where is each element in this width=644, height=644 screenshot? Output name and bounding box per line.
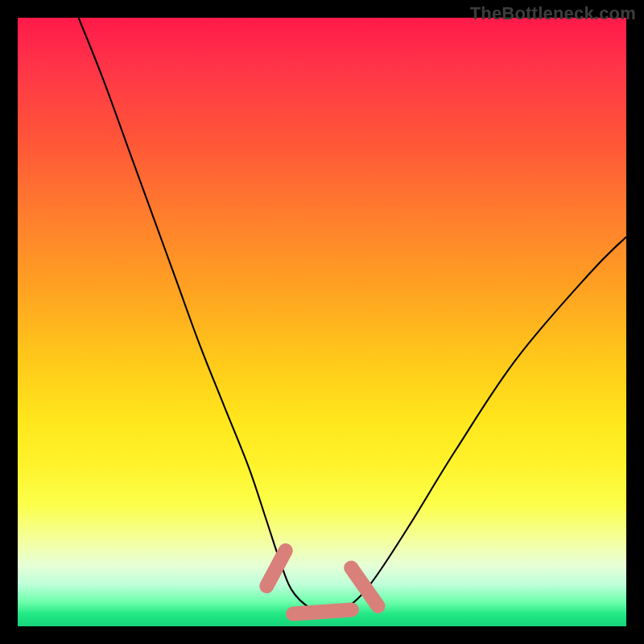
plot-area — [18, 18, 626, 626]
watermark-text: TheBottleneck.com — [470, 3, 636, 24]
chart-frame: TheBottleneck.com — [0, 0, 644, 644]
curve-layer — [18, 18, 626, 626]
bottleneck-curve — [79, 18, 626, 614]
